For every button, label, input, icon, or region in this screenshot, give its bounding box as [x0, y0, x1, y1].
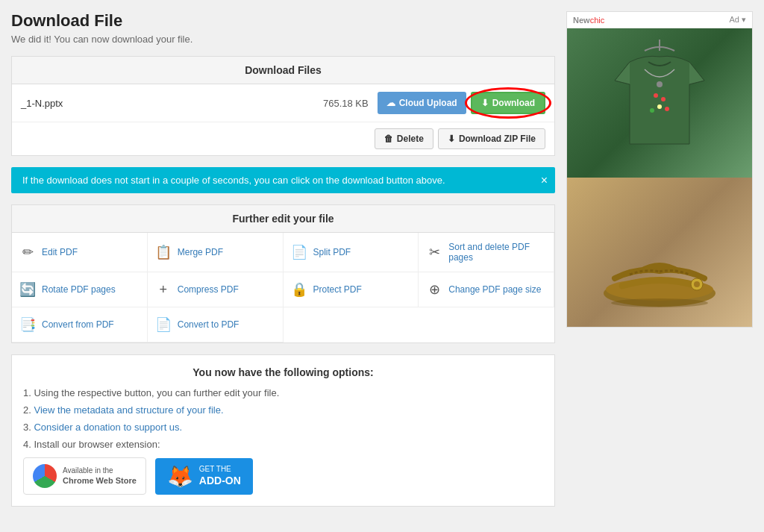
tool-label: Compress PDF — [178, 284, 239, 295]
edit-tool-cell[interactable]: + Compress PDF — [148, 272, 284, 307]
edit-panel: Further edit your file ✏ Edit PDF 📋 Merg… — [11, 204, 555, 343]
file-row: _1-N.pptx 765.18 KB ☁ Cloud Upload ⬇ Dow… — [12, 84, 554, 122]
tool-icon: ⊕ — [426, 281, 442, 298]
options-title: You now have the following options: — [23, 366, 543, 378]
shirt-svg — [567, 28, 752, 178]
tool-icon: 🔒 — [291, 281, 307, 298]
svg-point-1 — [654, 93, 658, 98]
ad-image-shirt — [567, 28, 752, 178]
edit-tool-cell[interactable]: 📄 Split PDF — [284, 233, 419, 272]
svg-point-6 — [657, 81, 663, 87]
tool-icon: 📄 — [291, 244, 307, 260]
download-panel: Download Files _1-N.pptx 765.18 KB ☁ Clo… — [11, 56, 555, 156]
svg-point-10 — [694, 281, 700, 287]
file-actions: ☁ Cloud Upload ⬇ Download — [378, 92, 545, 114]
edit-tool-cell[interactable]: ⊕ Change PDF page size — [419, 272, 554, 307]
svg-point-2 — [661, 97, 666, 101]
delete-button[interactable]: 🗑 Delete — [375, 128, 433, 149]
chrome-logo-icon — [33, 464, 57, 488]
list-item: 4. Install our browser extension: — [23, 439, 543, 450]
list-item: 3. Consider a donation to support us. — [23, 422, 543, 433]
ad-image-sandal — [567, 178, 752, 327]
download-button-wrap: ⬇ Download — [471, 92, 545, 114]
tool-label: Edit PDF — [42, 247, 78, 257]
list-item: 2. View the metadata and structure of yo… — [23, 404, 543, 416]
tool-label: Change PDF page size — [448, 284, 541, 295]
tool-icon: 📄 — [155, 316, 172, 333]
alert-text: If the download does not start in a coup… — [22, 175, 445, 186]
svg-point-3 — [657, 104, 662, 109]
cloud-icon: ☁ — [386, 98, 395, 108]
tool-icon: 📑 — [19, 316, 36, 333]
tool-label: Rotate PDF pages — [42, 284, 116, 295]
options-panel: You now have the following options: 1. U… — [11, 354, 555, 507]
metadata-link[interactable]: View the metadata and structure of your … — [34, 404, 223, 416]
ad-panel: Newchic Ad ▾ — [566, 11, 753, 328]
download-zip-button[interactable]: ⬇ Download ZIP File — [438, 128, 545, 149]
zip-download-icon: ⬇ — [448, 134, 455, 144]
ad-label: Ad ▾ — [729, 15, 746, 25]
svg-point-11 — [611, 298, 708, 307]
file-size: 765.18 KB — [303, 98, 378, 109]
extension-row: Available in the Chrome Web Store 🦊 GET … — [23, 457, 543, 495]
edit-tool-cell[interactable]: ✏ Edit PDF — [12, 233, 148, 272]
chrome-ext-text: Available in the Chrome Web Store — [63, 466, 137, 486]
firefox-icon: 🦊 — [167, 464, 193, 489]
tool-icon: 🔄 — [19, 281, 36, 298]
trash-icon: 🗑 — [384, 134, 393, 144]
svg-point-4 — [650, 108, 654, 113]
brand-name: Newchic — [573, 16, 604, 25]
svg-point-5 — [665, 107, 669, 111]
edit-tool-cell[interactable]: 📄 Convert to PDF — [148, 307, 284, 342]
donation-link[interactable]: Consider a donation to support us. — [34, 422, 182, 433]
tool-label: Convert to PDF — [178, 319, 239, 330]
download-icon: ⬇ — [481, 98, 489, 108]
edit-panel-header: Further edit your file — [12, 205, 554, 233]
list-item: 1. Using the respective button, you can … — [23, 387, 543, 398]
edit-tool-cell[interactable]: 📋 Merge PDF — [148, 233, 284, 272]
download-panel-header: Download Files — [12, 57, 554, 84]
file-name: _1-N.pptx — [21, 98, 303, 109]
edit-tool-cell[interactable]: 📑 Convert from PDF — [12, 307, 148, 342]
options-list: 1. Using the respective button, you can … — [23, 387, 543, 450]
alert-banner: If the download does not start in a coup… — [11, 167, 555, 193]
page-subtitle: We did it! You can now download your fil… — [11, 34, 555, 45]
edit-tool-cell[interactable]: 🔒 Protect PDF — [284, 272, 419, 307]
download-button[interactable]: ⬇ Download — [471, 92, 545, 114]
edit-tools-grid: ✏ Edit PDF 📋 Merge PDF 📄 Split PDF ✂ Sor… — [12, 233, 554, 342]
tool-label: Merge PDF — [178, 247, 223, 257]
bottom-actions: 🗑 Delete ⬇ Download ZIP File — [12, 122, 554, 155]
page-title: Download File — [11, 11, 555, 31]
tool-icon: + — [155, 282, 172, 298]
edit-tool-cell[interactable]: ✂ Sort and delete PDF pages — [419, 233, 554, 272]
ad-header: Newchic Ad ▾ — [567, 12, 752, 28]
tool-label: Convert from PDF — [42, 319, 114, 330]
tool-label: Split PDF — [313, 247, 351, 257]
chrome-extension[interactable]: Available in the Chrome Web Store — [23, 457, 146, 495]
edit-tool-cell[interactable]: 🔄 Rotate PDF pages — [12, 272, 148, 307]
tool-label: Protect PDF — [313, 284, 362, 295]
cloud-upload-button[interactable]: ☁ Cloud Upload — [378, 92, 466, 114]
sandal-svg — [567, 178, 752, 327]
tool-icon: ✏ — [19, 244, 36, 260]
firefox-extension[interactable]: 🦊 GET THE ADD-ON — [155, 458, 253, 495]
sidebar: Newchic Ad ▾ — [566, 11, 753, 507]
tool-icon: 📋 — [155, 244, 172, 260]
alert-close-button[interactable]: × — [541, 174, 548, 187]
firefox-ext-text: GET THE ADD-ON — [199, 464, 241, 487]
tool-label: Sort and delete PDF pages — [448, 242, 546, 263]
main-content: Download File We did it! You can now dow… — [11, 11, 555, 507]
tool-icon: ✂ — [426, 244, 442, 260]
